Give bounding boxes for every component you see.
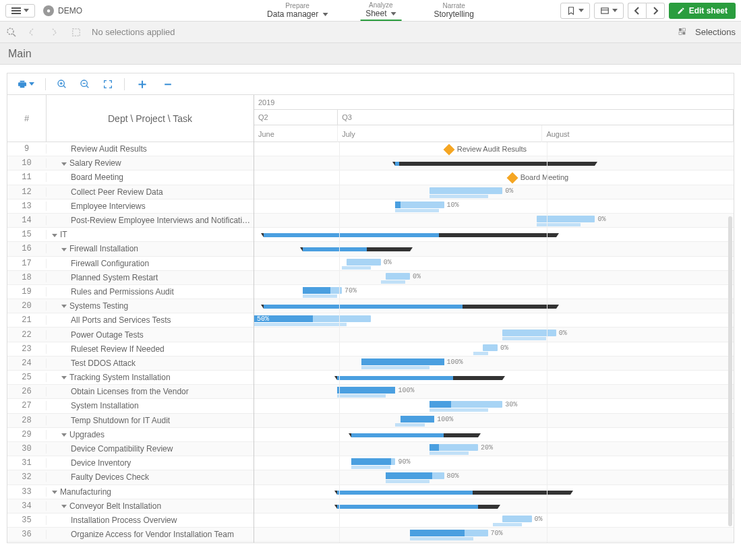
summary-bar[interactable]	[303, 247, 410, 251]
task-bar[interactable]	[502, 330, 556, 336]
gantt-row[interactable]: Board Meeting	[254, 170, 734, 185]
gantt-row[interactable]: 0%	[254, 257, 734, 271]
table-row[interactable]: 32Faulty Devices Check	[7, 470, 254, 485]
table-row[interactable]: 20Systems Testing	[7, 299, 254, 313]
table-row[interactable]: 30Device Compatibility Review	[7, 442, 254, 456]
summary-bar[interactable]	[264, 305, 556, 309]
task-bar[interactable]	[337, 387, 396, 394]
table-row[interactable]: 28Temp Shutdown for IT Audit	[7, 414, 254, 428]
selections-label[interactable]: Selections	[695, 27, 736, 37]
expand-caret-icon[interactable]	[61, 162, 67, 166]
table-row[interactable]: 12Collect Peer Review Data	[7, 185, 254, 199]
summary-bar[interactable]	[337, 505, 498, 509]
expand-caret-icon[interactable]	[52, 234, 57, 237]
summary-bar[interactable]	[395, 162, 595, 166]
gantt-row[interactable]	[254, 299, 734, 313]
gantt-row[interactable]: 90%	[254, 456, 734, 470]
task-bar[interactable]	[386, 472, 444, 479]
summary-bar[interactable]	[337, 376, 502, 380]
gantt-row[interactable]	[254, 485, 734, 499]
nav-prepare[interactable]: Prepare Data manager	[262, 1, 333, 20]
milestone-marker[interactable]	[506, 173, 518, 184]
gantt-row[interactable]	[254, 371, 734, 385]
table-row[interactable]: 31Device Inventory	[7, 456, 254, 470]
table-row[interactable]: 36Organize Access for Vendor Installatio…	[7, 528, 254, 542]
table-row[interactable]: 35Installation Process Overview	[7, 514, 254, 528]
edit-sheet-button[interactable]: Edit sheet	[669, 3, 736, 19]
gantt-row[interactable]: 80%	[254, 470, 734, 485]
table-row[interactable]: 16Firewall Installation	[7, 242, 254, 256]
task-bar[interactable]	[410, 530, 488, 536]
task-bar[interactable]	[386, 273, 410, 280]
expand-caret-icon[interactable]	[52, 491, 57, 494]
gantt-row[interactable]: 20%	[254, 442, 734, 456]
gantt-row[interactable]	[254, 428, 734, 442]
table-row[interactable]: 18Planned System Restart	[7, 271, 254, 285]
table-row[interactable]: 11Board Meeting	[7, 170, 254, 185]
table-row[interactable]: 34Conveyor Belt Installation	[7, 499, 254, 514]
task-bar[interactable]	[351, 458, 395, 465]
table-row[interactable]: 15IT	[7, 228, 254, 242]
column-header-num[interactable]: #	[7, 95, 47, 142]
clear-selection-icon[interactable]	[70, 26, 82, 38]
expand-caret-icon[interactable]	[61, 505, 67, 508]
gantt-row[interactable]: 0%	[254, 514, 734, 528]
task-bar[interactable]	[361, 359, 444, 365]
table-row[interactable]: 22Power Outage Tests	[7, 328, 254, 342]
gantt-row[interactable]: 10%	[254, 199, 734, 214]
table-row[interactable]: 13Employee Interviews	[7, 199, 254, 214]
nav-analyze[interactable]: Analyze Sheet	[360, 0, 401, 21]
gantt-row[interactable]: 30%	[254, 399, 734, 413]
print-button[interactable]	[13, 77, 38, 91]
table-row[interactable]: 24Test DDOS Attack	[7, 356, 254, 371]
table-row[interactable]: 29Upgrades	[7, 428, 254, 442]
expand-caret-icon[interactable]	[61, 376, 67, 379]
gantt-row[interactable]: 0%	[254, 185, 734, 199]
summary-bar[interactable]	[264, 233, 556, 237]
column-header-task[interactable]: Dept \ Project \ Task	[47, 95, 254, 142]
task-bar[interactable]	[303, 287, 342, 294]
table-row[interactable]: 23Ruleset Review If Needed	[7, 342, 254, 356]
nav-narrate[interactable]: Narrate Storytelling	[429, 1, 479, 20]
gantt-row[interactable]	[254, 242, 734, 256]
task-bar[interactable]	[502, 516, 531, 522]
task-bar[interactable]	[537, 216, 595, 222]
table-row[interactable]: 9Review Audit Results	[7, 142, 254, 156]
step-forward-icon[interactable]	[49, 26, 61, 38]
gantt-row[interactable]: 0%	[254, 328, 734, 342]
step-back-icon[interactable]	[27, 26, 39, 38]
task-bar[interactable]	[401, 416, 435, 423]
sheets-button[interactable]	[594, 3, 624, 19]
zoom-fit-button[interactable]	[98, 77, 117, 91]
table-row[interactable]: 17Firewall Configuration	[7, 257, 254, 271]
expand-all-button[interactable]: ＋	[131, 73, 153, 94]
gantt-row[interactable]: Review Audit Results	[254, 142, 734, 156]
gantt-row[interactable]: 70%	[254, 285, 734, 299]
gantt-row[interactable]: 0%	[254, 214, 734, 228]
task-bar[interactable]	[429, 444, 478, 451]
summary-bar[interactable]	[337, 491, 571, 495]
task-bar[interactable]	[347, 259, 381, 266]
bookmark-button[interactable]	[560, 3, 590, 19]
gantt-row[interactable]: 100%	[254, 385, 734, 399]
gantt-row[interactable]	[254, 499, 734, 514]
gantt-row[interactable]: 100%	[254, 414, 734, 428]
task-bar[interactable]	[429, 401, 502, 408]
zoom-out-button[interactable]	[76, 77, 94, 91]
next-sheet-button[interactable]	[646, 3, 665, 19]
task-bar[interactable]	[429, 187, 502, 194]
table-row[interactable]: 33Manufacturing	[7, 485, 254, 499]
task-bar[interactable]	[395, 201, 444, 208]
prev-sheet-button[interactable]	[628, 3, 646, 19]
expand-caret-icon[interactable]	[61, 248, 67, 251]
summary-bar[interactable]	[351, 433, 478, 437]
table-row[interactable]: 27System Installation	[7, 399, 254, 413]
gantt-row[interactable]: 0%	[254, 271, 734, 285]
table-row[interactable]: 25Tracking System Installation	[7, 371, 254, 385]
vertical-scrollbar[interactable]	[728, 216, 732, 526]
gantt-row[interactable]: 50%	[254, 313, 734, 328]
table-row[interactable]: 14Post-Review Employee Interviews and No…	[7, 214, 254, 228]
gantt-row[interactable]: 70%	[254, 528, 734, 542]
expand-caret-icon[interactable]	[61, 433, 67, 437]
table-row[interactable]: 19Rules and Permissions Audit	[7, 285, 254, 299]
